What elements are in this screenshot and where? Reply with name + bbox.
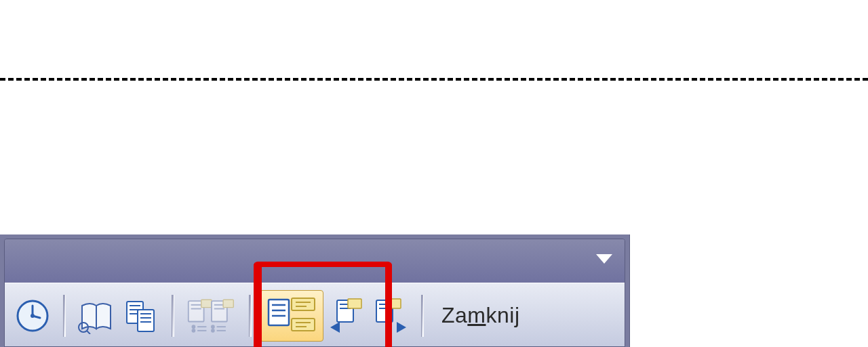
toolbar-separator [172, 295, 174, 337]
svg-marker-49 [397, 322, 406, 333]
svg-rect-34 [292, 298, 315, 310]
svg-rect-43 [348, 299, 361, 308]
svg-rect-21 [223, 300, 233, 307]
clock-button[interactable] [10, 291, 55, 341]
close-label-underline: m [467, 303, 486, 328]
svg-rect-48 [387, 299, 401, 308]
dashed-separator [0, 78, 868, 81]
svg-point-22 [193, 325, 195, 328]
toolbar-separator [421, 295, 424, 337]
toolbar: Zamknij [5, 283, 625, 346]
two-pages-list-icon [186, 298, 237, 334]
toolbar-titlebar [5, 239, 625, 283]
clock-icon [14, 298, 51, 334]
two-pages-button[interactable] [119, 291, 163, 341]
svg-point-3 [31, 314, 35, 318]
callout-next-button[interactable] [368, 291, 413, 341]
page-root: Zamknij [0, 0, 868, 347]
close-button[interactable]: Zamknij [432, 291, 530, 341]
svg-rect-37 [292, 319, 315, 331]
callouts-stack-button[interactable] [260, 290, 323, 342]
toolbar-separator [249, 295, 252, 337]
svg-point-26 [212, 325, 214, 328]
svg-line-5 [87, 331, 90, 334]
svg-rect-17 [201, 300, 212, 307]
toolbar-separator [63, 295, 66, 337]
svg-rect-30 [269, 300, 289, 325]
open-book-icon [78, 298, 115, 334]
two-pages-icon [123, 298, 159, 334]
toolbar-options-dropdown-icon[interactable] [596, 254, 612, 264]
close-label-pre: Za [441, 303, 467, 328]
callout-previous-icon [328, 298, 364, 334]
toolbar-panel: Zamknij [0, 234, 630, 347]
svg-marker-44 [330, 322, 340, 333]
close-label-post: knij [486, 303, 520, 328]
svg-point-24 [193, 329, 195, 331]
two-pages-list-button [182, 291, 241, 341]
open-book-button[interactable] [74, 291, 119, 341]
callout-previous-button[interactable] [323, 291, 368, 341]
svg-rect-10 [138, 310, 154, 331]
callout-next-icon [372, 298, 409, 334]
svg-point-28 [212, 329, 214, 331]
toolbar-panel-inner: Zamknij [4, 239, 625, 347]
callouts-stack-icon [264, 295, 319, 336]
